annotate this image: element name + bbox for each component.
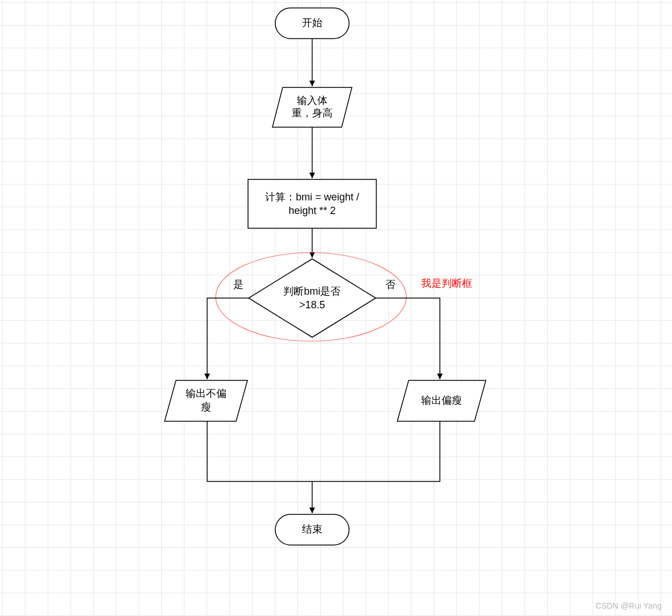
node-output-not-thin-line1: 输出不偏: [186, 388, 226, 399]
node-output-thin-label: 输出偏瘦: [421, 395, 462, 406]
node-end-label: 结束: [302, 523, 322, 535]
node-input-line2: 重，身高: [292, 107, 333, 119]
node-output-not-thin-line2: 瘦: [201, 401, 211, 413]
node-input-line1: 输入体: [297, 95, 327, 106]
node-input: 输入体 重，身高: [272, 87, 352, 127]
node-end: 结束: [275, 514, 349, 545]
node-decision-line2: >18.5: [299, 299, 325, 311]
watermark: CSDN @Rui Yang: [595, 601, 662, 610]
node-decision: 判断bmi是否 >18.5: [249, 259, 376, 337]
svg-marker-3: [249, 259, 376, 337]
edge-yes-label: 是: [233, 279, 243, 290]
node-start: 开始: [275, 8, 349, 39]
node-process: 计算：bmi = weight / height ** 2: [248, 179, 376, 228]
node-decision-line1: 判断bmi是否: [283, 286, 341, 297]
node-start-label: 开始: [302, 17, 322, 28]
edge-decision-no: [376, 298, 440, 379]
flowchart-canvas: 开始 输入体 重，身高 计算：bmi = weight / height ** …: [0, 0, 672, 616]
edge-right-merge: [312, 421, 440, 481]
node-output-not-thin: 输出不偏 瘦: [165, 380, 247, 421]
edge-no-label: 否: [385, 279, 396, 290]
node-output-thin: 输出偏瘦: [397, 380, 486, 421]
node-process-line2: height ** 2: [288, 205, 335, 216]
node-process-line1: 计算：bmi = weight /: [265, 191, 359, 203]
annotation-label: 我是判断框: [421, 278, 472, 289]
svg-rect-2: [248, 179, 376, 228]
edge-decision-yes: [207, 298, 249, 379]
edge-left-merge: [207, 421, 312, 481]
